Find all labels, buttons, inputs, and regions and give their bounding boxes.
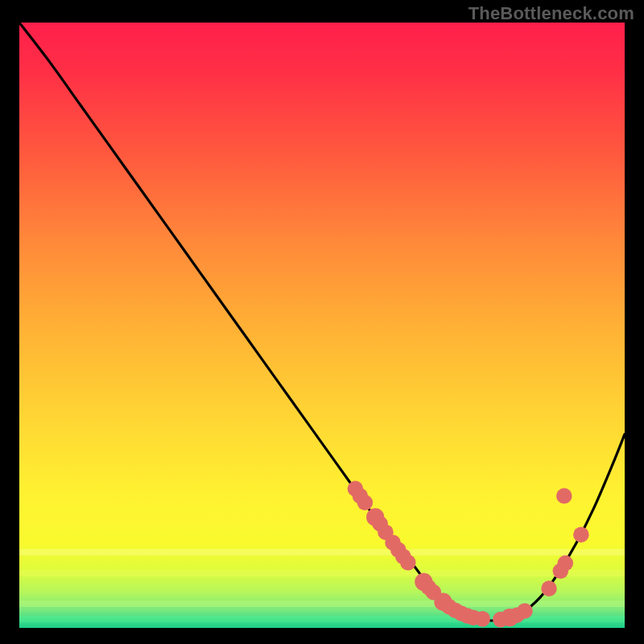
curve-marker [475, 611, 491, 627]
bottleneck-curve [19, 23, 625, 621]
curve-layer [19, 23, 625, 628]
curve-marker [556, 488, 572, 504]
curve-marker [400, 555, 416, 571]
curve-marker [517, 603, 533, 619]
curve-marker [573, 526, 589, 543]
curve-marker [541, 580, 557, 597]
curve-marker [558, 555, 574, 572]
curve-marker [357, 495, 374, 511]
chart-container: TheBottleneck.com [0, 0, 644, 644]
plot-area [19, 23, 625, 628]
watermark-text: TheBottleneck.com [469, 3, 634, 24]
